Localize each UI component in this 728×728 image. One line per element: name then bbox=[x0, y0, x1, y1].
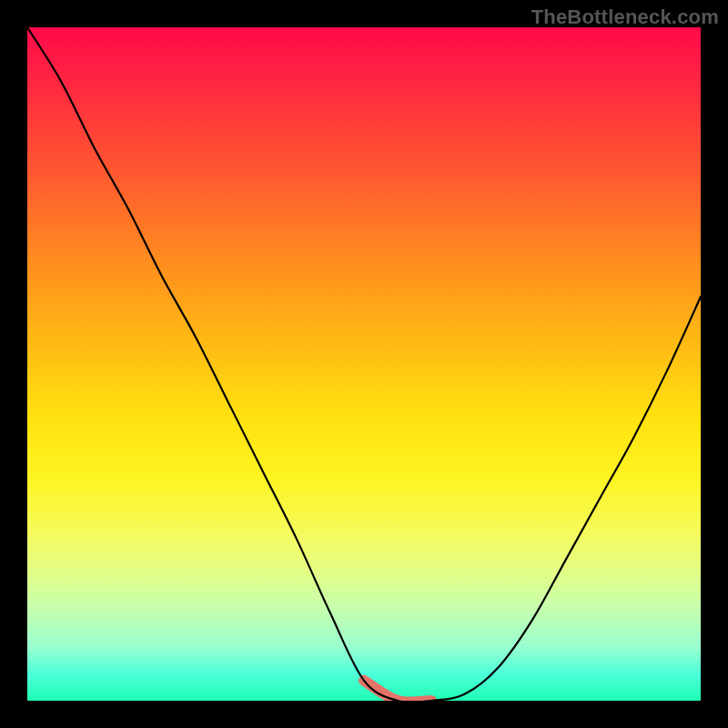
curve-layer bbox=[27, 27, 701, 701]
mismatch-curve bbox=[27, 27, 701, 701]
chart-frame: TheBottleneck.com bbox=[0, 0, 728, 728]
watermark-text: TheBottleneck.com bbox=[531, 5, 719, 29]
plot-area bbox=[27, 27, 701, 701]
